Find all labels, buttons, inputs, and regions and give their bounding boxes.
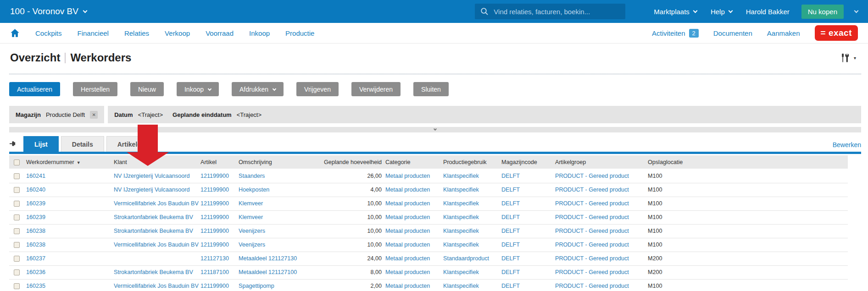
productiegebruik-link[interactable]: Klantspecifiek: [443, 242, 479, 248]
artikel-link[interactable]: 121199900: [200, 283, 229, 289]
cell-artikel[interactable]: 121199900: [200, 169, 239, 183]
search-box[interactable]: [475, 4, 625, 19]
klant-link[interactable]: Vermicellifabriek Jos Bauduin BV: [114, 242, 199, 248]
column-header-omschrijving[interactable]: Omschrijving: [239, 155, 321, 169]
klant-link[interactable]: Vermicellifabriek Jos Bauduin BV: [114, 200, 199, 207]
column-header-werkordernummer[interactable]: Werkordernummer▼: [26, 155, 114, 169]
row-checkbox[interactable]: [14, 214, 20, 220]
column-header-geplande_hoeveelheid[interactable]: Geplande hoeveelheid: [321, 155, 385, 169]
cell-klant[interactable]: Strokartonfabriek Beukema BV: [114, 265, 200, 279]
klant-link[interactable]: Strokartonfabriek Beukema BV: [114, 214, 193, 220]
filter-magazijn[interactable]: Magazijn Productie Delft ✕: [9, 106, 104, 123]
cell-klant[interactable]: Strokartonfabriek Beukema BV: [114, 210, 200, 224]
cell-werkordernummer[interactable]: 160240: [26, 183, 114, 197]
cell-klant[interactable]: Vermicellifabriek Jos Bauduin BV: [114, 197, 200, 210]
artikelgroep-link[interactable]: PRODUCT - Gereed product: [555, 269, 629, 275]
artikelgroep-link[interactable]: PRODUCT - Gereed product: [555, 187, 629, 193]
categorie-link[interactable]: Metaal producten: [385, 228, 430, 234]
artikel-link[interactable]: 121199900: [200, 228, 229, 234]
nav-item-relaties[interactable]: Relaties: [124, 29, 149, 37]
cell-artikelgroep[interactable]: PRODUCT - Gereed product: [555, 210, 648, 224]
cell-omschrijving[interactable]: Metaaldeel 121127130: [239, 252, 321, 265]
cell-artikel[interactable]: 121199900: [200, 279, 239, 291]
magazijncode-link[interactable]: DELFT: [501, 269, 520, 275]
artikelgroep-link[interactable]: PRODUCT - Gereed product: [555, 283, 629, 289]
nieuw-button[interactable]: Nieuw: [130, 82, 164, 96]
magazijncode-link[interactable]: DELFT: [501, 214, 520, 220]
cell-categorie[interactable]: Metaal producten: [385, 169, 443, 183]
cell-categorie[interactable]: Metaal producten: [385, 197, 443, 210]
actualiseren-button[interactable]: Actualiseren: [9, 82, 60, 96]
row-checkbox[interactable]: [14, 256, 20, 262]
cell-werkordernummer[interactable]: 160239: [26, 210, 114, 224]
cell-magazijncode[interactable]: DELFT: [501, 210, 555, 224]
klant-link[interactable]: Strokartonfabriek Beukema BV: [114, 269, 193, 275]
row-checkbox[interactable]: [14, 283, 20, 289]
cell-artikelgroep[interactable]: PRODUCT - Gereed product: [555, 169, 648, 183]
artikel-link[interactable]: 121199900: [200, 200, 229, 207]
omschrijving-link[interactable]: Metaaldeel 121127130: [239, 255, 297, 262]
cell-omschrijving[interactable]: Klemveer: [239, 197, 321, 210]
cell-categorie[interactable]: Metaal producten: [385, 238, 443, 252]
cell-artikel[interactable]: 121199900: [200, 224, 239, 238]
column-header-klant[interactable]: Klant: [114, 155, 200, 169]
tab-details[interactable]: Details: [61, 136, 104, 152]
cell-artikel[interactable]: 121199900: [200, 210, 239, 224]
aanmaken-link[interactable]: Aanmaken: [767, 29, 800, 37]
klant-link[interactable]: Strokartonfabriek Beukema BV: [114, 228, 193, 234]
list-settings-control[interactable]: ▾: [840, 53, 856, 63]
column-header-categorie[interactable]: Categorie: [385, 155, 443, 169]
cell-magazijncode[interactable]: DELFT: [501, 279, 555, 291]
cell-categorie[interactable]: Metaal producten: [385, 210, 443, 224]
cell-magazijncode[interactable]: DELFT: [501, 169, 555, 183]
productiegebruik-link[interactable]: Klantspecifiek: [443, 228, 479, 234]
categorie-link[interactable]: Metaal producten: [385, 187, 430, 193]
cell-artikel[interactable]: 121199900: [200, 197, 239, 210]
categorie-link[interactable]: Metaal producten: [385, 255, 430, 262]
topbar-chevron-down-icon[interactable]: [854, 9, 859, 13]
column-header-productiegebruik[interactable]: Productiegebruik: [443, 155, 501, 169]
cell-artikelgroep[interactable]: PRODUCT - Gereed product: [555, 183, 648, 197]
magazijncode-link[interactable]: DELFT: [501, 242, 520, 248]
artikel-link[interactable]: 121199900: [200, 214, 229, 220]
cell-magazijncode[interactable]: DELFT: [501, 252, 555, 265]
cell-magazijncode[interactable]: DELFT: [501, 197, 555, 210]
cell-categorie[interactable]: Metaal producten: [385, 279, 443, 291]
cell-artikel[interactable]: 121199900: [200, 183, 239, 197]
column-header-magazijncode[interactable]: Magazijncode: [501, 155, 555, 169]
werkordernummer-link[interactable]: 160238: [26, 228, 45, 234]
cell-categorie[interactable]: Metaal producten: [385, 224, 443, 238]
cell-productiegebruik[interactable]: Klantspecifiek: [443, 265, 501, 279]
cell-productiegebruik[interactable]: Klantspecifiek: [443, 197, 501, 210]
productiegebruik-link[interactable]: Klantspecifiek: [443, 214, 479, 220]
klant-link[interactable]: NV IJzergieterij Vulcaansoord: [114, 187, 189, 193]
cell-artikel[interactable]: 121127130: [200, 252, 239, 265]
artikelgroep-link[interactable]: PRODUCT - Gereed product: [555, 228, 629, 234]
omschrijving-link[interactable]: Spagettipomp: [239, 283, 274, 289]
categorie-link[interactable]: Metaal producten: [385, 242, 430, 248]
cell-productiegebruik[interactable]: Klantspecifiek: [443, 210, 501, 224]
cell-omschrijving[interactable]: Klemveer: [239, 210, 321, 224]
search-input[interactable]: [494, 8, 620, 16]
cell-werkordernummer[interactable]: 160239: [26, 197, 114, 210]
sluiten-button[interactable]: Sluiten: [413, 82, 449, 96]
productiegebruik-link[interactable]: Standaardproduct: [443, 255, 489, 262]
omschrijving-link[interactable]: Veenijzers: [239, 228, 265, 234]
column-header-artikel[interactable]: Artikel: [200, 155, 239, 169]
cell-magazijncode[interactable]: DELFT: [501, 238, 555, 252]
artikelgroep-link[interactable]: PRODUCT - Gereed product: [555, 173, 629, 179]
filter-datum-value[interactable]: <Traject>: [138, 111, 163, 118]
cell-magazijncode[interactable]: DELFT: [501, 224, 555, 238]
cell-omschrijving[interactable]: Staanders: [239, 169, 321, 183]
cell-werkordernummer[interactable]: 160236: [26, 265, 114, 279]
cell-omschrijving[interactable]: Hoekposten: [239, 183, 321, 197]
magazijncode-link[interactable]: DELFT: [501, 200, 520, 207]
omschrijving-link[interactable]: Veenijzers: [239, 242, 265, 248]
artikel-link[interactable]: 121187100: [200, 269, 229, 275]
magazijncode-link[interactable]: DELFT: [501, 255, 520, 262]
nav-item-financieel[interactable]: Financieel: [78, 29, 109, 37]
categorie-link[interactable]: Metaal producten: [385, 283, 430, 289]
cell-artikel[interactable]: 121199900: [200, 238, 239, 252]
exact-logo[interactable]: = exact: [815, 25, 858, 41]
werkordernummer-link[interactable]: 160239: [26, 200, 45, 207]
